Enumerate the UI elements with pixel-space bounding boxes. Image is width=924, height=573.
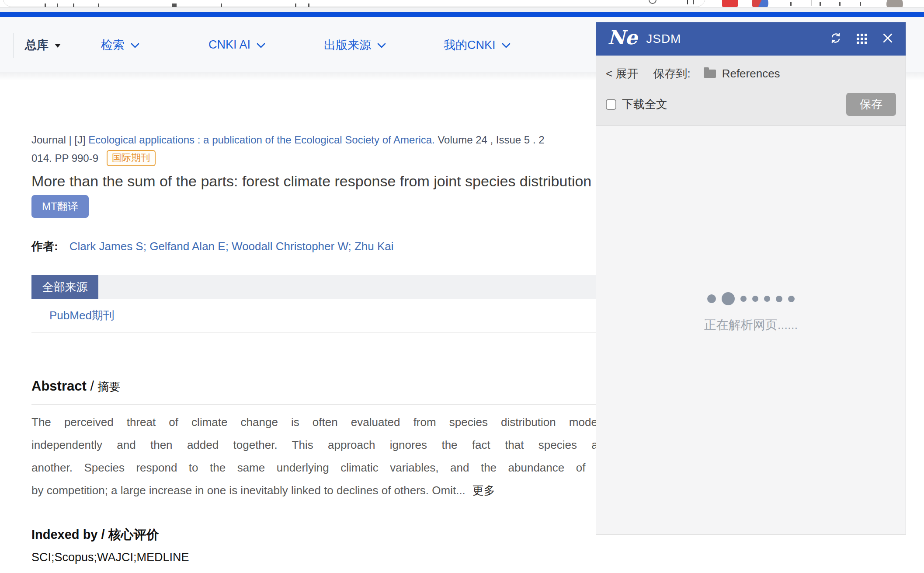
citation-pages: 014. PP 990-9 bbox=[31, 152, 98, 164]
save-to-label: 保存到: bbox=[653, 66, 690, 81]
abstract-heading-en: Abstract bbox=[31, 378, 87, 394]
browser-toolbar-sliver bbox=[0, 0, 924, 7]
folder-icon bbox=[704, 70, 716, 78]
bookmark-bar-glyph bbox=[221, 3, 222, 7]
abstract-heading-zh: 摘要 bbox=[98, 380, 121, 393]
author-link[interactable]: Gelfand Alan E bbox=[149, 240, 232, 253]
close-icon[interactable] bbox=[882, 32, 893, 45]
abstract-line: by competition; a large increase in one … bbox=[31, 484, 465, 497]
nav-item-label: 出版来源 bbox=[324, 37, 371, 53]
panel-subheader: < 展开 保存到: References 下载全文 保存 bbox=[596, 56, 906, 126]
nav-item-label: 检索 bbox=[101, 37, 125, 53]
bookmark-bar-glyph bbox=[45, 3, 46, 7]
loading-dot bbox=[788, 296, 795, 302]
nav-item-zongku[interactable]: 总库 bbox=[25, 37, 61, 53]
expand-control[interactable]: < 展开 bbox=[606, 66, 638, 81]
bookmark-bar-glyph bbox=[98, 3, 99, 7]
journal-link[interactable]: Ecological applications : a publication … bbox=[88, 134, 434, 146]
author-link[interactable]: Zhu Kai bbox=[354, 240, 394, 253]
nav-item-publish-source[interactable]: 出版来源 bbox=[324, 37, 386, 53]
authors-list: Clark James SGelfand Alan EWoodall Chris… bbox=[69, 240, 394, 253]
nav-item-label: 总库 bbox=[25, 37, 49, 53]
chevron-down-icon bbox=[377, 41, 386, 49]
loading-dot bbox=[752, 296, 758, 302]
toolbar-divider bbox=[676, 0, 676, 6]
nav-item-search[interactable]: 检索 bbox=[101, 37, 139, 53]
nav-item-label: CNKI AI bbox=[208, 38, 250, 52]
toolbar-divider bbox=[811, 0, 812, 6]
download-fulltext-checkbox[interactable] bbox=[606, 99, 616, 110]
tab-all-sources[interactable]: 全部来源 bbox=[31, 275, 98, 299]
abstract-heading-sep: / bbox=[87, 378, 98, 394]
target-folder-name[interactable]: References bbox=[722, 67, 780, 80]
article-type-label: Journal | [J] bbox=[31, 134, 86, 146]
extension-round-icon[interactable] bbox=[752, 0, 768, 7]
caret-down-icon bbox=[55, 44, 61, 48]
bookmark-bar-glyph bbox=[73, 3, 74, 7]
site-top-blue-bar bbox=[0, 12, 924, 17]
address-bar[interactable] bbox=[3, 0, 705, 7]
international-journal-badge: 国际期刊 bbox=[107, 150, 156, 166]
loading-dot bbox=[740, 296, 747, 302]
chevron-down-icon bbox=[502, 41, 511, 49]
nav-item-label: 我的CNKI bbox=[444, 37, 496, 53]
download-fulltext-label: 下载全文 bbox=[622, 97, 667, 112]
noteexpress-panel: Ne JSDM < 展开 保存到: bbox=[596, 22, 906, 535]
authors-label: 作者: bbox=[31, 239, 58, 254]
mt-translate-button[interactable]: MT翻译 bbox=[31, 195, 89, 218]
toolbar-glyph bbox=[839, 2, 841, 6]
pubmed-source-link[interactable]: PubMed期刊 bbox=[49, 308, 115, 323]
chrome-gap-strip bbox=[0, 7, 924, 12]
browser-profile-avatar[interactable] bbox=[886, 0, 903, 7]
bookmark-bar-glyph bbox=[172, 3, 177, 7]
bookmark-bar-glyph bbox=[308, 3, 309, 7]
nav-item-cnki-ai[interactable]: CNKI AI bbox=[208, 38, 265, 52]
apps-grid-icon[interactable] bbox=[857, 34, 867, 44]
toolbar-glyph bbox=[820, 2, 821, 6]
loading-status-text: 正在解析网页...... bbox=[596, 317, 906, 333]
panel-body: 正在解析网页...... bbox=[596, 126, 906, 333]
loading-dot bbox=[707, 294, 716, 303]
loading-dot bbox=[776, 296, 782, 302]
indexed-by-value: SCI;Scopus;WAJCI;MEDLINE bbox=[31, 551, 924, 564]
panel-title: JSDM bbox=[646, 32, 681, 46]
chevron-down-icon bbox=[257, 41, 265, 49]
toolbar-glyph bbox=[790, 2, 792, 6]
toolbar-glyph bbox=[860, 2, 861, 6]
nav-item-my-cnki[interactable]: 我的CNKI bbox=[444, 37, 511, 53]
citation-volume-issue: Volume 24 , Issue 5 . 2 bbox=[438, 134, 544, 146]
bookmark-flag-icon[interactable] bbox=[687, 0, 694, 4]
loading-dot bbox=[764, 296, 770, 302]
nav-left-divider bbox=[13, 33, 14, 58]
loading-dots bbox=[596, 292, 906, 305]
panel-header: Ne JSDM bbox=[596, 22, 906, 56]
author-link[interactable]: Clark James S bbox=[69, 240, 150, 253]
bookmark-bar-glyph bbox=[295, 3, 296, 7]
more-link[interactable]: 更多 bbox=[472, 484, 495, 497]
save-button[interactable]: 保存 bbox=[846, 93, 896, 116]
author-link[interactable]: Woodall Christopher W bbox=[232, 240, 354, 253]
refresh-icon[interactable] bbox=[830, 32, 842, 46]
loading-dot bbox=[722, 292, 735, 305]
noteexpress-logo: Ne bbox=[608, 28, 637, 47]
extension-red-icon[interactable] bbox=[722, 0, 738, 7]
bookmark-bar-glyph bbox=[57, 3, 58, 7]
chevron-down-icon bbox=[131, 41, 139, 49]
